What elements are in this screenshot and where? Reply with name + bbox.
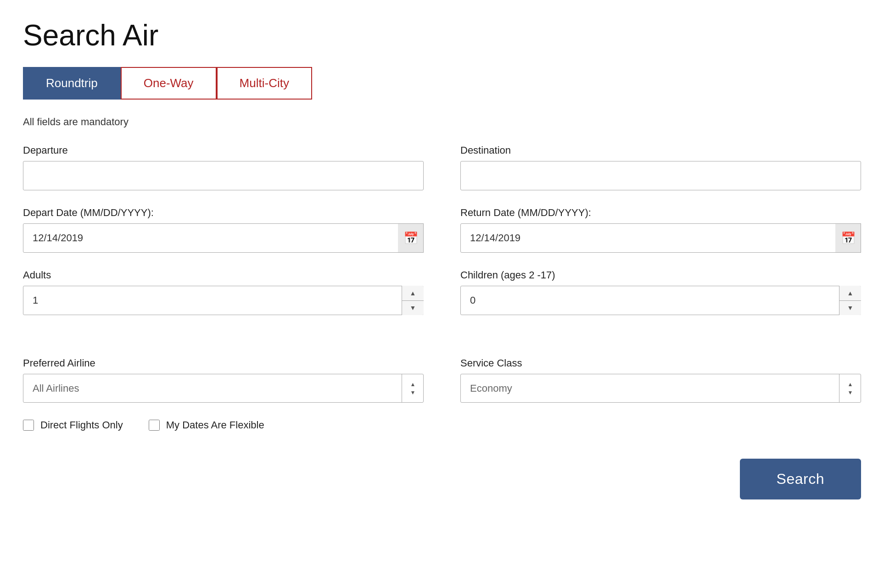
- return-date-label: Return Date (MM/DD/YYYY):: [460, 207, 861, 219]
- children-spinner-wrapper: ▲ ▼: [460, 286, 861, 315]
- service-class-select-wrapper: Economy Business First Class: [460, 374, 861, 403]
- adults-input[interactable]: [23, 286, 424, 315]
- departure-input[interactable]: [23, 161, 424, 190]
- destination-label: Destination: [460, 144, 861, 156]
- adults-decrement-button[interactable]: ▼: [402, 301, 424, 316]
- footer-row: Search: [23, 459, 861, 499]
- flexible-dates-label: My Dates Are Flexible: [166, 419, 264, 431]
- preferred-airline-select[interactable]: All Airlines American Airlines Delta Uni…: [23, 374, 424, 403]
- flexible-dates-checkbox[interactable]: [149, 420, 160, 431]
- service-class-select[interactable]: Economy Business First Class: [460, 374, 861, 403]
- preferred-airline-group: Preferred Airline All Airlines American …: [23, 357, 424, 403]
- children-group: Children (ages 2 -17) ▲ ▼: [460, 269, 861, 315]
- children-decrement-button[interactable]: ▼: [839, 301, 861, 316]
- adults-spinner-wrapper: ▲ ▼: [23, 286, 424, 315]
- adults-increment-button[interactable]: ▲: [402, 286, 424, 301]
- preferred-airline-label: Preferred Airline: [23, 357, 424, 369]
- search-button[interactable]: Search: [740, 459, 861, 499]
- adults-spinner-buttons: ▲ ▼: [402, 286, 424, 315]
- return-date-group: Return Date (MM/DD/YYYY): 📅: [460, 207, 861, 253]
- direct-flights-checkbox[interactable]: [23, 420, 34, 431]
- preferred-airline-select-wrapper: All Airlines American Airlines Delta Uni…: [23, 374, 424, 403]
- depart-date-wrapper: 📅: [23, 223, 424, 253]
- adults-label: Adults: [23, 269, 424, 281]
- depart-date-label: Depart Date (MM/DD/YYYY):: [23, 207, 424, 219]
- destination-input[interactable]: [460, 161, 861, 190]
- depart-date-group: Depart Date (MM/DD/YYYY): 📅: [23, 207, 424, 253]
- children-input[interactable]: [460, 286, 861, 315]
- adults-group: Adults ▲ ▼: [23, 269, 424, 315]
- checkboxes-row: Direct Flights Only My Dates Are Flexibl…: [23, 419, 861, 431]
- children-spinner-buttons: ▲ ▼: [839, 286, 861, 315]
- roundtrip-button[interactable]: Roundtrip: [23, 67, 121, 100]
- mandatory-note: All fields are mandatory: [23, 116, 861, 128]
- trip-type-selector: Roundtrip One-Way Multi-City: [23, 67, 861, 100]
- return-date-calendar-icon[interactable]: 📅: [835, 223, 861, 253]
- direct-flights-checkbox-label[interactable]: Direct Flights Only: [23, 419, 123, 431]
- page-title: Search Air: [23, 18, 861, 52]
- direct-flights-label: Direct Flights Only: [40, 419, 123, 431]
- return-date-input[interactable]: [460, 223, 861, 253]
- destination-group: Destination: [460, 144, 861, 190]
- one-way-button[interactable]: One-Way: [121, 67, 217, 100]
- multi-city-button[interactable]: Multi-City: [217, 67, 312, 100]
- children-label: Children (ages 2 -17): [460, 269, 861, 281]
- departure-label: Departure: [23, 144, 424, 156]
- flexible-dates-checkbox-label[interactable]: My Dates Are Flexible: [149, 419, 264, 431]
- return-date-wrapper: 📅: [460, 223, 861, 253]
- depart-date-calendar-icon[interactable]: 📅: [398, 223, 424, 253]
- depart-date-input[interactable]: [23, 223, 424, 253]
- service-class-group: Service Class Economy Business First Cla…: [460, 357, 861, 403]
- children-increment-button[interactable]: ▲: [839, 286, 861, 301]
- service-class-label: Service Class: [460, 357, 861, 369]
- departure-group: Departure: [23, 144, 424, 190]
- search-form: Departure Destination Depart Date (MM/DD…: [23, 144, 861, 403]
